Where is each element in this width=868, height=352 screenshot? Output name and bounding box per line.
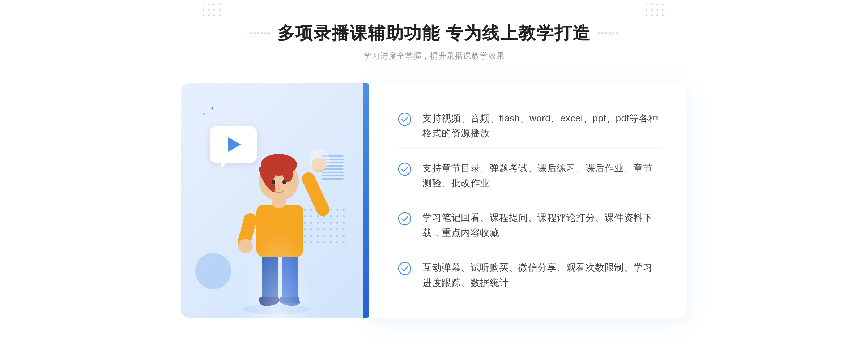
svg-rect-6 — [300, 170, 331, 218]
svg-point-17 — [238, 239, 253, 253]
page-wrapper: 多项录播课辅助功能 专为线上教学打造 学习进度全掌握，提升录播课教学效果 » — [0, 0, 868, 352]
svg-rect-2 — [282, 252, 298, 302]
svg-point-22 — [399, 163, 411, 175]
header-dots-right — [646, 4, 665, 18]
svg-rect-5 — [256, 205, 303, 257]
features-panel: 支持视频、音频、flash、word、excel、ppt、pdf等各种格式的资源… — [369, 83, 687, 318]
svg-point-18 — [308, 149, 330, 170]
feature-item-3: 学习笔记回看、课程提问、课程评论打分、课件资料下载，重点内容收藏 — [398, 203, 662, 248]
feature-text-2: 支持章节目录、弹题考试、课后练习、课后作业、章节测验、批改作业 — [422, 161, 662, 191]
header-dots-left — [203, 4, 222, 18]
feature-text-3: 学习笔记回看、课程提问、课程评论打分、课件资料下载，重点内容收藏 — [422, 210, 662, 240]
main-content: » — [181, 83, 687, 318]
feature-item-2: 支持章节目录、弹题考试、课后练习、课后作业、章节测验、批改作业 — [398, 154, 662, 198]
check-icon-2 — [398, 162, 412, 176]
illustration-area — [181, 83, 369, 318]
svg-point-24 — [399, 262, 411, 275]
blob-decoration — [195, 253, 231, 289]
feature-text-4: 互动弹幕、试听购买、微信分享、观看次数限制、学习进度跟踪、数据统计 — [422, 260, 662, 290]
svg-rect-1 — [262, 252, 278, 302]
header-title-row: 多项录播课辅助功能 专为线上教学打造 — [250, 22, 618, 45]
svg-point-12 — [282, 160, 293, 182]
header-subtitle: 学习进度全掌握，提升录播课教学效果 — [250, 51, 618, 61]
header-section: 多项录播课辅助功能 专为线上教学打造 学习进度全掌握，提升录播课教学效果 — [250, 22, 618, 61]
svg-point-14 — [272, 180, 275, 184]
svg-point-23 — [399, 213, 411, 225]
header-decorative-dots-right — [598, 32, 618, 34]
page-title: 多项录播课辅助功能 专为线上教学打造 — [277, 22, 590, 45]
feature-item-4: 互动弹幕、试听购买、微信分享、观看次数限制、学习进度跟踪、数据统计 — [398, 253, 662, 297]
feature-item-1: 支持视频、音频、flash、word、excel、ppt、pdf等各种格式的资源… — [398, 104, 662, 149]
svg-point-0 — [244, 304, 309, 314]
check-icon-1 — [398, 112, 412, 126]
check-icon-4 — [398, 262, 412, 275]
person-illustration — [229, 129, 331, 318]
check-icon-3 — [398, 212, 412, 226]
header-decorative-dots-left — [250, 32, 270, 34]
feature-text-1: 支持视频、音频、flash、word、excel、ppt、pdf等各种格式的资源… — [422, 111, 662, 141]
svg-point-15 — [282, 180, 286, 184]
svg-rect-20 — [279, 297, 299, 303]
svg-rect-19 — [259, 297, 279, 303]
svg-point-21 — [399, 113, 411, 125]
